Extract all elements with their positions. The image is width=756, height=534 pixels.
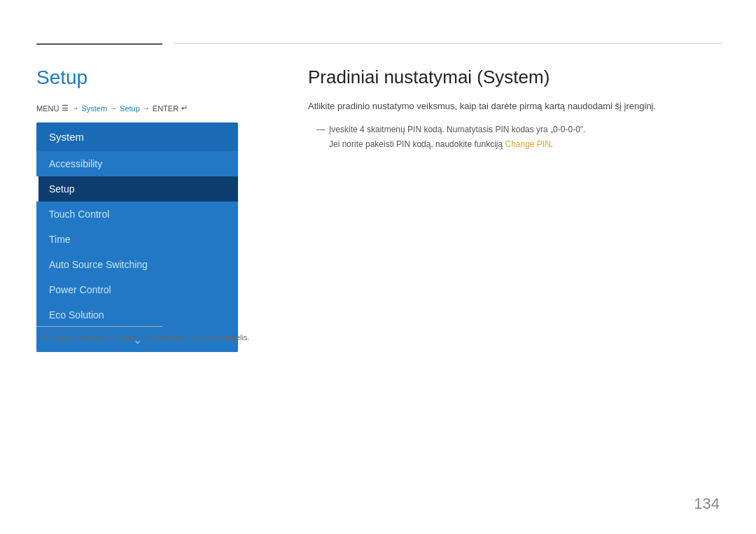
breadcrumb-arrow1: → — [71, 104, 78, 112]
top-line-right — [174, 43, 722, 44]
breadcrumb-menu: MENU — [36, 104, 59, 113]
breadcrumb-item1: System — [81, 104, 107, 113]
breadcrumb-enter-icon: ↵ — [181, 104, 188, 113]
sidebar-item-accessibility[interactable]: Accessibility — [36, 151, 238, 176]
breadcrumb-arrow2: → — [110, 104, 117, 112]
sidebar: System Accessibility Setup Touch Control… — [36, 122, 238, 352]
sidebar-item-eco-solution[interactable]: Eco Solution — [36, 302, 238, 328]
sidebar-item-auto-source-switching[interactable]: Auto Source Switching — [36, 252, 238, 277]
content-description: Atlikite pradinio nustatymo veiksmus, ka… — [308, 99, 720, 114]
sidebar-item-time[interactable]: Time — [36, 227, 238, 252]
note-line-2: ― Jei norite pakeisti PIN kodą, naudokit… — [316, 137, 720, 153]
footnote: – Rodomas vaizdas gali skirtis atsižvelg… — [36, 333, 249, 342]
content-title: Pradiniai nustatymai (System) — [308, 66, 720, 88]
sidebar-header: System — [36, 122, 238, 151]
breadcrumb-item2: Setup — [120, 104, 140, 113]
breadcrumb: MENU ☰ → System → Setup → ENTER ↵ — [36, 104, 188, 113]
page-title: Setup — [36, 66, 88, 89]
note-text-1: Įveskite 4 skaitmenų PIN kodą. Numatytas… — [329, 122, 585, 138]
sidebar-item-power-control[interactable]: Power Control — [36, 277, 238, 302]
breadcrumb-arrow3: → — [143, 104, 150, 112]
page-number: 134 — [694, 495, 720, 513]
sidebar-item-setup[interactable]: Setup — [36, 176, 238, 202]
footnote-line — [36, 326, 162, 327]
change-pin-link[interactable]: Change PIN — [505, 139, 550, 149]
dash-icon-1: ― — [316, 122, 325, 138]
main-content: Pradiniai nustatymai (System) Atlikite p… — [308, 66, 720, 153]
content-notes: ― Įveskite 4 skaitmenų PIN kodą. Numatyt… — [308, 122, 720, 153]
breadcrumb-menu-icon: ☰ — [62, 104, 69, 113]
sidebar-item-touch-control[interactable]: Touch Control — [36, 202, 238, 227]
top-line-left — [36, 43, 162, 45]
note-text-2: Jei norite pakeisti PIN kodą, naudokite … — [329, 137, 553, 153]
note-line-1: ― Įveskite 4 skaitmenų PIN kodą. Numatyt… — [316, 122, 720, 138]
breadcrumb-enter: ENTER — [153, 104, 178, 113]
